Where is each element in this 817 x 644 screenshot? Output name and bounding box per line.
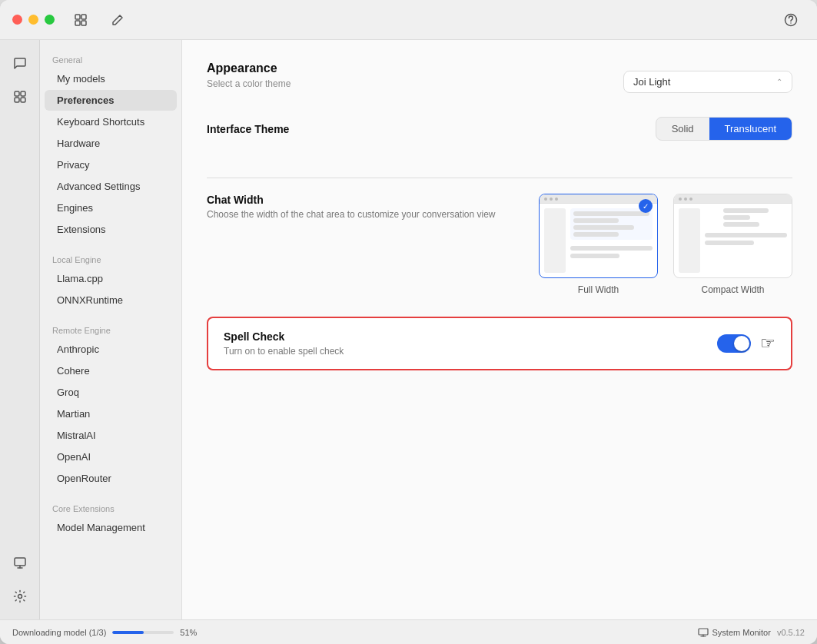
app-window: General My models Preferences Keyboard S…: [0, 0, 817, 644]
sidebar-item-martian[interactable]: Martian: [45, 403, 177, 424]
apps-icon[interactable]: [6, 83, 34, 111]
sidebar-item-extensions[interactable]: Extensions: [45, 219, 177, 240]
title-bar-actions: [67, 6, 131, 34]
progress-percent: 51%: [180, 628, 197, 637]
close-button[interactable]: [12, 15, 22, 25]
sidebar-item-mistralai[interactable]: MistralAI: [45, 425, 177, 446]
appearance-title: Appearance: [207, 61, 291, 75]
sidebar-item-openai[interactable]: OpenAI: [45, 446, 177, 467]
remote-engine-section-label: Remote Engine: [40, 320, 181, 338]
sidebar-item-anthropic[interactable]: Anthropic: [45, 339, 177, 360]
compact-line-5: [705, 241, 754, 245]
version-label: v0.5.12: [777, 628, 805, 637]
dot-3: [555, 198, 558, 201]
system-monitor[interactable]: System Monitor: [698, 627, 770, 638]
main-layout: General My models Preferences Keyboard S…: [0, 40, 817, 619]
chat-width-title: Chat Width: [207, 194, 496, 206]
selected-checkmark: ✓: [639, 199, 653, 213]
left-icon-bar: [0, 40, 40, 619]
status-bar: Downloading model (1/3) 51% System Monit…: [0, 619, 817, 644]
compact-width-preview: [673, 194, 792, 278]
sidebar-item-llama-cpp[interactable]: Llama.cpp: [45, 268, 177, 289]
general-section-label: General: [40, 49, 181, 68]
cursor-hand-icon: ☞: [760, 334, 775, 354]
minimize-button[interactable]: [28, 15, 38, 25]
sidebar-item-openrouter[interactable]: OpenRouter: [45, 468, 177, 489]
local-engine-section-label: Local Engine: [40, 249, 181, 267]
chat-icon[interactable]: [6, 49, 34, 77]
status-bar-left: Downloading model (1/3) 51%: [12, 628, 692, 637]
spell-check-toggle[interactable]: [717, 334, 751, 353]
translucent-button[interactable]: Translucent: [709, 118, 792, 140]
sidebar-item-my-models[interactable]: My models: [45, 68, 177, 89]
traffic-lights: [12, 15, 55, 25]
sidebar-item-advanced-settings[interactable]: Advanced Settings: [45, 176, 177, 197]
interface-theme-toggle-group: Solid Translucent: [656, 117, 792, 141]
appearance-subtitle: Select a color theme: [207, 78, 291, 89]
spell-check-title: Spell Check: [224, 330, 344, 343]
compact-line-4: [705, 233, 787, 237]
compact-width-option[interactable]: Compact Width: [673, 194, 792, 295]
sidebar-item-engines[interactable]: Engines: [45, 198, 177, 218]
monitor-icon[interactable]: [6, 549, 34, 576]
svg-rect-1: [81, 15, 86, 19]
svg-rect-9: [21, 98, 25, 102]
full-width-option[interactable]: ✓ Full Width: [539, 194, 658, 295]
grid-icon[interactable]: [67, 6, 95, 34]
preview-content-inner: [570, 208, 653, 240]
divider-1: [207, 178, 792, 178]
spell-check-section: Spell Check Turn on to enable spell chec…: [207, 317, 792, 370]
sidebar-item-onnxruntime[interactable]: ONNXRuntime: [45, 290, 177, 310]
preview-sidebar: [544, 208, 566, 273]
chat-width-header: Chat Width Choose the width of the chat …: [207, 194, 496, 220]
appearance-row: Appearance Select a color theme Joi Ligh…: [207, 61, 792, 101]
system-monitor-label: System Monitor: [712, 628, 770, 637]
toggle-knob: [734, 336, 749, 351]
help-icon[interactable]: [777, 6, 805, 34]
chat-width-desc: Choose the width of the chat area to cus…: [207, 209, 496, 220]
dot-4: [679, 198, 682, 201]
edit-icon[interactable]: [104, 6, 131, 34]
dot-6: [689, 198, 692, 201]
svg-rect-0: [75, 15, 80, 19]
maximize-button[interactable]: [45, 15, 55, 25]
theme-value: Joi Light: [633, 76, 670, 88]
content-area: Appearance Select a color theme Joi Ligh…: [182, 40, 817, 619]
chevron-down-icon: ⌃: [776, 78, 782, 86]
line-1: [573, 211, 649, 216]
title-bar: [0, 0, 817, 40]
compact-preview-sidebar: [679, 208, 700, 273]
appearance-header: Appearance Select a color theme: [207, 61, 291, 101]
dot-2: [550, 198, 553, 201]
chat-width-options: ✓ Full Width: [539, 194, 792, 295]
sidebar-item-privacy[interactable]: Privacy: [45, 154, 177, 175]
svg-rect-6: [15, 91, 19, 96]
compact-width-preview-body: [674, 204, 792, 277]
core-extensions-section-label: Core Extensions: [40, 498, 181, 516]
sidebar-item-hardware[interactable]: Hardware: [45, 133, 177, 154]
line-6: [570, 254, 619, 258]
full-width-preview-body: [540, 204, 657, 277]
sidebar-item-cohere[interactable]: Cohere: [45, 360, 177, 381]
full-width-preview: ✓: [539, 194, 658, 278]
svg-point-11: [18, 595, 22, 599]
dot-5: [684, 198, 687, 201]
sidebar: General My models Preferences Keyboard S…: [40, 40, 182, 619]
chat-width-section: Chat Width Choose the width of the chat …: [207, 194, 792, 295]
compact-line-3: [723, 222, 759, 227]
progress-bar: [112, 631, 174, 634]
compact-preview-content: [705, 208, 787, 273]
sidebar-item-groq[interactable]: Groq: [45, 382, 177, 403]
sidebar-item-model-management[interactable]: Model Management: [45, 517, 177, 538]
spell-check-toggle-container: ☞: [717, 334, 775, 354]
preview-content: [570, 208, 653, 273]
settings-icon[interactable]: [6, 583, 34, 610]
sidebar-item-keyboard-shortcuts[interactable]: Keyboard Shortcuts: [45, 111, 177, 132]
line-3: [573, 225, 634, 230]
spell-check-info: Spell Check Turn on to enable spell chec…: [224, 330, 344, 357]
sidebar-item-preferences[interactable]: Preferences: [45, 90, 177, 111]
download-label: Downloading model (1/3): [12, 628, 106, 637]
theme-dropdown[interactable]: Joi Light ⌃: [623, 71, 792, 93]
solid-button[interactable]: Solid: [656, 118, 709, 140]
progress-fill: [112, 631, 144, 634]
